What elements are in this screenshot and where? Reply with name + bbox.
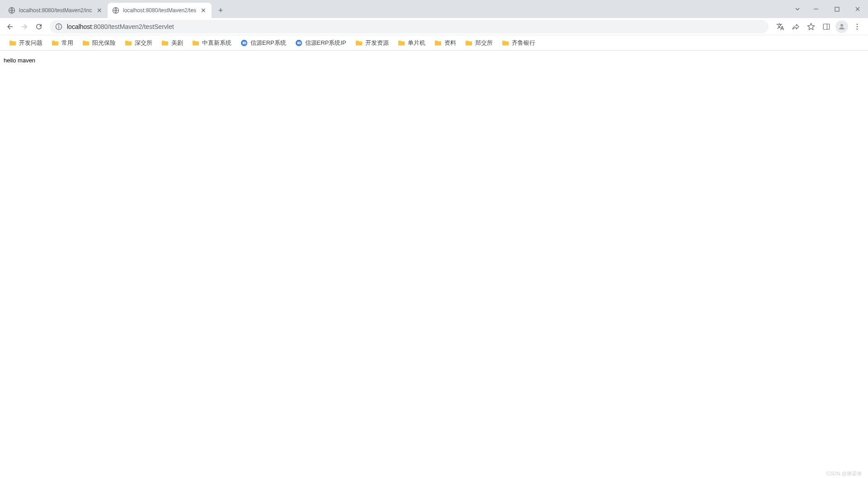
bookmark-item-5[interactable]: 中直新系统 — [189, 37, 235, 49]
share-icon[interactable] — [788, 19, 803, 34]
body-text: hello maven — [4, 57, 35, 64]
toolbar-right — [773, 19, 864, 34]
bookmark-item-1[interactable]: 常用 — [48, 37, 77, 49]
bookmark-label: 常用 — [61, 39, 73, 47]
close-window-button[interactable] — [847, 2, 868, 16]
url-path: :8080/testMaven2/testServlet — [92, 23, 174, 30]
titlebar: localhost:8080/testMaven2/inc ✕ localhos… — [0, 0, 868, 18]
tab-1[interactable]: localhost:8080/testMaven2/tes ✕ — [108, 3, 212, 18]
bookmark-label: 美剧 — [171, 39, 183, 47]
watermark: CSDN @播诺侠 — [826, 470, 862, 477]
svg-rect-6 — [823, 24, 830, 29]
tab-title: localhost:8080/testMaven2/tes — [123, 7, 200, 14]
tab-title: localhost:8080/testMaven2/inc — [19, 7, 96, 14]
svg-point-11 — [857, 28, 858, 29]
bookmark-item-12[interactable]: 齐鲁银行 — [498, 37, 539, 49]
bookmarks-bar: 开发问题常用阳光保险深交所美剧中直新系统信源ERP系统信源ERP系统IP开发资源… — [0, 35, 868, 51]
url-text: localhost:8080/testMaven2/testServlet — [67, 23, 174, 30]
svg-point-4 — [58, 25, 59, 26]
svg-rect-2 — [835, 7, 839, 11]
globe-icon — [8, 7, 15, 14]
bookmark-item-11[interactable]: 郑交所 — [462, 37, 496, 49]
bookmark-item-8[interactable]: 开发资源 — [352, 37, 392, 49]
profile-avatar[interactable] — [835, 19, 849, 34]
svg-point-9 — [857, 24, 858, 25]
bookmark-label: 信源ERP系统IP — [305, 39, 346, 47]
tab-0[interactable]: localhost:8080/testMaven2/inc ✕ — [4, 3, 108, 18]
translate-icon[interactable] — [773, 19, 788, 34]
bookmark-item-6[interactable]: 信源ERP系统 — [237, 37, 290, 49]
close-icon[interactable]: ✕ — [200, 7, 207, 14]
maximize-button[interactable] — [826, 2, 847, 16]
bookmark-label: 开发资源 — [365, 39, 389, 47]
bookmark-label: 信源ERP系统 — [250, 39, 286, 47]
bookmark-item-4[interactable]: 美剧 — [158, 37, 187, 49]
bookmark-label: 深交所 — [135, 39, 152, 47]
back-button[interactable] — [4, 20, 16, 33]
address-bar[interactable]: localhost:8080/testMaven2/testServlet — [50, 20, 769, 33]
bookmark-item-3[interactable]: 深交所 — [121, 37, 156, 49]
svg-point-8 — [840, 24, 843, 27]
bookmark-item-9[interactable]: 单片机 — [394, 37, 429, 49]
window-controls — [789, 0, 868, 18]
side-panel-icon[interactable] — [819, 19, 834, 34]
svg-rect-5 — [58, 26, 59, 28]
toolbar: localhost:8080/testMaven2/testServlet — [0, 18, 868, 35]
bookmark-star-icon[interactable] — [804, 19, 818, 34]
bookmark-label: 郑交所 — [475, 39, 493, 47]
bookmark-item-2[interactable]: 阳光保险 — [79, 37, 119, 49]
minimize-button[interactable] — [806, 2, 826, 16]
bookmark-item-10[interactable]: 资料 — [431, 37, 460, 49]
bookmark-label: 中直新系统 — [202, 39, 231, 47]
page-content: hello maven — [0, 51, 868, 71]
site-info-icon[interactable] — [55, 23, 62, 30]
reload-button[interactable] — [33, 20, 45, 33]
bookmark-label: 单片机 — [408, 39, 425, 47]
globe-icon — [112, 7, 119, 14]
bookmark-item-0[interactable]: 开发问题 — [5, 37, 46, 49]
bookmark-label: 齐鲁银行 — [512, 39, 535, 47]
svg-point-10 — [857, 26, 858, 27]
url-host: localhost — [67, 23, 92, 30]
bookmark-label: 开发问题 — [19, 39, 42, 47]
forward-button[interactable] — [18, 20, 31, 33]
new-tab-button[interactable]: + — [214, 4, 227, 17]
menu-icon[interactable] — [850, 19, 864, 34]
bookmark-item-7[interactable]: 信源ERP系统IP — [292, 37, 350, 49]
bookmark-label: 资料 — [444, 39, 456, 47]
tab-search-button[interactable] — [789, 2, 806, 16]
bookmark-label: 阳光保险 — [92, 39, 116, 47]
close-icon[interactable]: ✕ — [96, 7, 103, 14]
